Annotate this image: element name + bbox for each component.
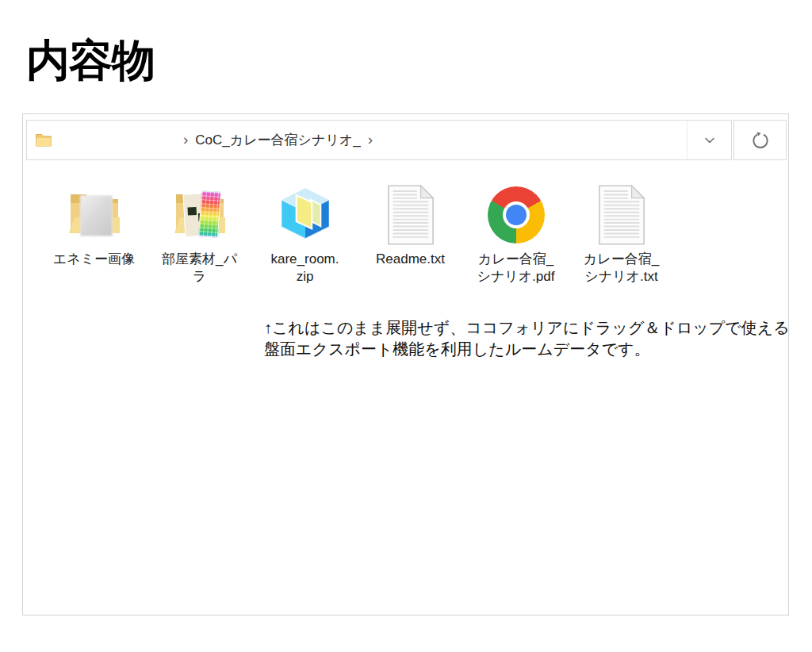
refresh-icon [750,130,771,151]
chevron-down-icon [703,133,717,148]
breadcrumb-chevron-icon: › [183,132,188,149]
zip-archive-cube-icon [252,181,358,246]
text-document-icon [569,181,674,246]
file-label: Readme.txt [376,251,445,268]
file-item-room-materials[interactable]: 部屋素材_パ ラ [147,181,252,286]
annotation-line: 盤面エクスポート機能を利用したルームデータです。 [264,339,811,360]
file-item-room-zip[interactable]: kare_room. zip [252,181,358,286]
address-row: › CoC_カレー合宿シナリオ_ › [26,120,787,160]
file-label: エネミー画像 [53,251,135,268]
breadcrumb-chevron-icon: › [368,132,373,149]
folder-with-color-palette-icon [147,181,252,246]
file-item-enemy-images[interactable]: エネミー画像 [41,181,147,286]
refresh-button[interactable] [733,120,787,160]
file-label: 部屋素材_パ ラ [162,251,237,286]
file-item-scenario-txt[interactable]: カレー合宿_ シナリオ.txt [569,181,674,286]
text-document-icon [358,181,463,246]
file-item-readme[interactable]: Readme.txt [358,181,463,286]
address-dropdown-button[interactable] [687,121,731,159]
file-label: kare_room. zip [271,251,339,286]
file-label: カレー合宿_ シナリオ.txt [584,251,659,286]
address-bar[interactable]: › CoC_カレー合宿シナリオ_ › [26,120,732,160]
slide: 内容物 › CoC_カレー合宿シナリオ_ › [0,0,812,652]
file-list: エネミー画像 [41,181,674,286]
file-label: カレー合宿_ シナリオ.pdf [477,251,555,286]
page-title: 内容物 [26,32,155,90]
folder-with-blurred-image-icon [41,181,147,246]
explorer-window: › CoC_カレー合宿シナリオ_ › [22,113,789,616]
breadcrumb-folder[interactable]: CoC_カレー合宿シナリオ_ [195,131,360,149]
annotation-text: ↑これはこのまま展開せず、ココフォリアにドラッグ＆ドロップで使える 盤面エクスポ… [264,317,811,360]
annotation-line: ↑これはこのまま展開せず、ココフォリアにドラッグ＆ドロップで使える [264,317,811,339]
location-folder-icon [35,132,52,148]
chrome-icon [463,181,569,246]
file-item-scenario-pdf[interactable]: カレー合宿_ シナリオ.pdf [463,181,569,286]
